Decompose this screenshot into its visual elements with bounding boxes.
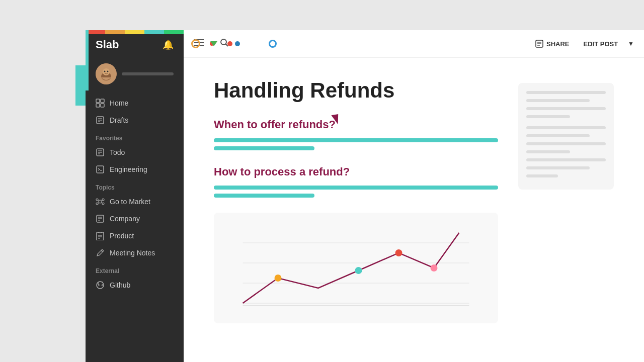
toc-panel bbox=[518, 83, 614, 190]
post-title: Handling Refunds bbox=[214, 78, 498, 103]
sidebar-item-todo[interactable]: Todo bbox=[92, 144, 178, 161]
edit-post-label: EDIT POST bbox=[583, 40, 618, 48]
sidebar-item-drafts[interactable]: Drafts bbox=[92, 112, 178, 129]
bell-icon[interactable]: 🔔 bbox=[163, 39, 174, 50]
sidebar-company-label: Company bbox=[110, 215, 140, 223]
svg-point-20 bbox=[96, 199, 98, 201]
user-progress-bar bbox=[122, 72, 174, 75]
sidebar-meeting-notes-label: Meeting Notes bbox=[110, 249, 155, 257]
dropdown-indicator bbox=[210, 41, 217, 46]
section-2-heading: How to process a refund? bbox=[214, 165, 498, 178]
sidebar-color-bar bbox=[86, 30, 184, 34]
dot-red-indicator bbox=[227, 41, 232, 46]
drafts-icon bbox=[96, 116, 105, 125]
color-orange bbox=[105, 30, 125, 34]
terminal-icon bbox=[96, 165, 105, 174]
sidebar-item-engineering[interactable]: Engineering bbox=[92, 161, 178, 178]
favorites-label: Favorites bbox=[92, 129, 178, 144]
circle-orange-indicator bbox=[191, 39, 200, 48]
toc-line-9 bbox=[526, 158, 606, 161]
app-title: Slab bbox=[96, 38, 119, 51]
svg-rect-6 bbox=[96, 104, 100, 107]
svg-point-2 bbox=[103, 68, 110, 75]
toc-line-8 bbox=[526, 150, 570, 153]
sidebar-item-github[interactable]: Github bbox=[92, 277, 178, 294]
topics-label: Topics bbox=[92, 178, 178, 193]
toc-line-7 bbox=[526, 142, 606, 145]
sidebar-item-go-to-market[interactable]: Go to Market bbox=[92, 193, 178, 210]
chart-dot-orange bbox=[275, 275, 282, 282]
toolbar-indicators bbox=[191, 39, 277, 48]
sidebar-item-meeting-notes[interactable]: Meeting Notes bbox=[92, 244, 178, 261]
svg-point-22 bbox=[96, 203, 98, 205]
toc-line-5 bbox=[526, 126, 606, 129]
circle-blue-indicator bbox=[269, 40, 277, 48]
sidebar-home-label: Home bbox=[110, 99, 128, 107]
toc-line-2 bbox=[526, 99, 590, 102]
sidebar-item-home[interactable]: Home bbox=[92, 95, 178, 112]
toc-line-6 bbox=[526, 134, 590, 137]
toc-line-4 bbox=[526, 115, 570, 118]
toc-line-10 bbox=[526, 166, 590, 169]
svg-point-4 bbox=[107, 71, 109, 72]
edit-post-button[interactable]: EDIT POST bbox=[579, 38, 622, 50]
sidebar-header: Slab 🔔 bbox=[86, 38, 184, 59]
content-line-2b bbox=[214, 194, 314, 198]
teal-sidebar-accent bbox=[86, 30, 89, 90]
github-icon bbox=[96, 281, 105, 290]
sidebar-todo-label: Todo bbox=[110, 148, 125, 156]
chart-dot-teal bbox=[355, 267, 362, 274]
sidebar-github-label: Github bbox=[110, 281, 130, 289]
svg-rect-7 bbox=[101, 99, 104, 103]
sidebar-go-to-market-label: Go to Market bbox=[110, 198, 150, 206]
external-label: External bbox=[92, 261, 178, 277]
sidebar-engineering-label: Engineering bbox=[110, 165, 147, 173]
sidebar-navigation: Home Drafts Favorites Todo bbox=[86, 95, 184, 354]
toc-line-11 bbox=[526, 174, 558, 177]
svg-rect-32 bbox=[97, 232, 104, 240]
sidebar-product-label: Product bbox=[110, 232, 134, 240]
avatar bbox=[96, 63, 117, 84]
sidebar: Slab 🔔 bbox=[86, 30, 184, 362]
share-label: SHARE bbox=[546, 40, 570, 48]
dropdown-chevron[interactable]: ▼ bbox=[628, 40, 634, 47]
share-button[interactable]: SHARE bbox=[531, 38, 574, 50]
svg-point-23 bbox=[102, 203, 104, 205]
content-line-1a bbox=[214, 138, 498, 142]
content-line-2a bbox=[214, 186, 498, 190]
content-body: Handling Refunds When to offer refunds? … bbox=[214, 78, 498, 342]
chart-container bbox=[214, 213, 498, 323]
svg-line-27 bbox=[102, 203, 102, 204]
sidebar-item-company[interactable]: Company bbox=[92, 210, 178, 227]
svg-rect-5 bbox=[96, 99, 100, 103]
main-content: Handling Refunds When to offer refunds? … bbox=[184, 58, 644, 362]
company-icon bbox=[96, 214, 105, 223]
svg-line-26 bbox=[98, 203, 99, 204]
color-yellow bbox=[125, 30, 144, 34]
section-1: When to offer refunds? bbox=[214, 118, 498, 150]
header-right: SHARE EDIT POST ▼ bbox=[531, 38, 634, 50]
todo-icon bbox=[96, 148, 105, 157]
chart-dot-red bbox=[395, 249, 403, 256]
home-icon bbox=[96, 99, 105, 108]
product-icon bbox=[96, 231, 105, 240]
sidebar-drafts-label: Drafts bbox=[110, 116, 128, 124]
section-2: How to process a refund? bbox=[214, 165, 498, 198]
svg-point-21 bbox=[102, 199, 104, 201]
toc-line-3 bbox=[526, 107, 606, 110]
meeting-notes-icon bbox=[96, 248, 105, 257]
svg-point-3 bbox=[104, 71, 106, 72]
section-1-heading: When to offer refunds? bbox=[214, 118, 498, 131]
sidebar-item-product[interactable]: Product bbox=[92, 227, 178, 244]
user-section bbox=[86, 59, 184, 95]
chart-dot-pink bbox=[431, 264, 438, 272]
svg-line-25 bbox=[102, 200, 102, 201]
svg-rect-8 bbox=[101, 104, 104, 107]
avatar-image bbox=[96, 63, 117, 84]
color-green bbox=[164, 30, 184, 34]
color-teal bbox=[144, 30, 164, 34]
content-line-1b bbox=[214, 146, 314, 150]
toc-line-1 bbox=[526, 91, 606, 94]
svg-line-36 bbox=[101, 250, 103, 252]
svg-line-24 bbox=[98, 200, 99, 201]
